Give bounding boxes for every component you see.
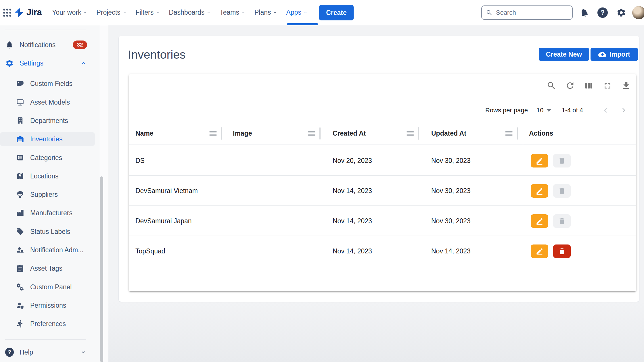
table-columns-icon[interactable] <box>584 81 594 90</box>
column-resize-handle[interactable] <box>319 127 321 140</box>
sidebar-item-departments[interactable]: Departments <box>0 114 99 128</box>
cell-updated-at: Nov 30, 2023 <box>431 176 471 206</box>
previous-page-button[interactable] <box>600 105 611 116</box>
table-download-icon[interactable] <box>621 81 631 90</box>
next-page-button[interactable] <box>618 105 630 116</box>
edit-button[interactable] <box>531 154 548 167</box>
create-new-button[interactable]: Create New <box>539 48 589 61</box>
import-button[interactable]: Import <box>591 48 638 61</box>
pagination-range-label: 1-4 of 4 <box>561 107 583 114</box>
column-resize-handle[interactable] <box>418 127 419 140</box>
table-row[interactable]: TopSquad Nov 14, 2023 Nov 14, 2023 <box>129 236 636 266</box>
column-header-actions[interactable]: Actions <box>529 121 553 146</box>
table-row[interactable]: DS Nov 20, 2023 Nov 30, 2023 <box>129 146 636 176</box>
delete-button[interactable] <box>553 244 571 258</box>
edit-button[interactable] <box>531 244 548 258</box>
sidebar-item-categories[interactable]: Categories <box>0 151 99 165</box>
card-icon <box>16 79 24 88</box>
create-button[interactable]: Create <box>319 5 354 20</box>
table-row[interactable]: DevSamurai Vietnam Nov 14, 2023 Nov 30, … <box>129 176 636 206</box>
chevron-down-icon <box>83 10 88 15</box>
notifications-bell-button[interactable] <box>578 0 590 25</box>
primary-nav: Your work Projects Filters Dashboards Te… <box>52 0 308 25</box>
cell-updated-at: Nov 30, 2023 <box>431 146 471 176</box>
nav-apps[interactable]: Apps <box>286 9 308 16</box>
column-resize-handle[interactable] <box>517 127 518 140</box>
sidebar-item-notifications[interactable]: Notifications 32 <box>0 38 99 52</box>
nav-teams[interactable]: Teams <box>220 9 246 16</box>
column-header-created-at[interactable]: Created At <box>333 121 366 146</box>
table-search-icon[interactable] <box>547 81 556 90</box>
delete-button[interactable] <box>553 214 571 228</box>
chevron-down-icon <box>206 10 211 15</box>
sidebar-item-custom-panel[interactable]: Custom Panel <box>0 280 99 294</box>
sidebar-item-permissions[interactable]: Permissions <box>0 299 99 312</box>
sidebar-item-asset-tags[interactable]: Asset Tags <box>0 261 99 275</box>
cell-created-at: Nov 14, 2023 <box>333 206 372 236</box>
pencil-icon <box>536 217 543 225</box>
nav-projects[interactable]: Projects <box>96 9 127 16</box>
rows-per-page-select[interactable]: 10 <box>536 107 551 114</box>
sidebar-scrollbar[interactable] <box>100 176 103 362</box>
cell-updated-at: Nov 14, 2023 <box>431 236 471 266</box>
trash-icon <box>558 157 566 165</box>
list-icon <box>16 153 24 162</box>
column-menu-icon[interactable] <box>407 129 415 138</box>
sidebar-item-locations[interactable]: Locations <box>0 169 99 183</box>
sidebar-item-status-labels[interactable]: Status Labels <box>0 225 99 238</box>
column-header-name[interactable]: Name <box>135 121 154 146</box>
sidebar-item-asset-models[interactable]: Asset Models <box>0 95 99 109</box>
edit-button[interactable] <box>531 184 548 198</box>
settings-gear-button[interactable] <box>616 0 627 25</box>
column-resize-handle[interactable] <box>221 127 222 140</box>
trash-icon <box>558 247 566 255</box>
sidebar-item-preferences[interactable]: Preferences <box>0 317 99 331</box>
search-input[interactable] <box>495 9 568 17</box>
caret-down-icon <box>547 109 551 112</box>
chevron-down-icon <box>303 10 308 15</box>
sidebar-item-help[interactable]: ? Help <box>0 345 99 359</box>
warehouse-icon <box>16 135 24 143</box>
jira-logo-icon <box>14 7 24 18</box>
user-avatar[interactable] <box>632 6 644 19</box>
trash-icon <box>558 187 566 195</box>
delete-button[interactable] <box>553 154 571 167</box>
factory-icon <box>16 209 24 217</box>
help-button[interactable]: ? <box>597 0 608 25</box>
sidebar-item-suppliers[interactable]: Suppliers <box>0 188 99 201</box>
cell-name: DS <box>135 146 145 176</box>
delete-button[interactable] <box>553 184 571 198</box>
notifications-count-badge: 32 <box>73 41 87 49</box>
bell-icon <box>578 7 591 19</box>
nav-dashboards[interactable]: Dashboards <box>169 9 211 16</box>
jira-inventories-page: Jira Your work Projects Filters Dashboar… <box>0 0 644 362</box>
cell-name: TopSquad <box>135 236 165 266</box>
jira-logo[interactable]: Jira <box>14 7 42 18</box>
chevron-right-icon <box>619 106 628 115</box>
sidebar-item-label: Notifications <box>20 41 55 49</box>
sidebar-item-manufacturers[interactable]: Manufacturers <box>0 206 99 220</box>
jira-logo-text: Jira <box>26 7 42 18</box>
chevron-up-icon <box>80 60 87 66</box>
active-nav-underline <box>287 23 318 25</box>
table-fullscreen-icon[interactable] <box>603 81 612 90</box>
sidebar-item-inventories[interactable]: Inventories <box>0 132 95 146</box>
nav-filters[interactable]: Filters <box>136 9 160 16</box>
pencil-icon <box>536 187 543 195</box>
column-header-image[interactable]: Image <box>233 121 252 146</box>
sidebar-item-custom-fields[interactable]: Custom Fields <box>0 77 99 90</box>
app-switcher-icon[interactable] <box>3 8 12 17</box>
nav-your-work[interactable]: Your work <box>52 9 88 16</box>
nav-plans[interactable]: Plans <box>254 9 278 16</box>
table-header-row: Name Image Created At Updated At Actions <box>129 121 636 145</box>
column-menu-icon[interactable] <box>505 129 513 138</box>
chevron-down-icon <box>155 10 160 15</box>
edit-button[interactable] <box>531 214 548 228</box>
column-menu-icon[interactable] <box>308 129 316 138</box>
sidebar-item-settings[interactable]: Settings <box>0 56 99 70</box>
table-refresh-icon[interactable] <box>565 81 575 90</box>
column-header-updated-at[interactable]: Updated At <box>431 121 466 146</box>
table-row[interactable]: DevSamurai Japan Nov 14, 2023 Nov 30, 20… <box>129 206 636 236</box>
column-menu-icon[interactable] <box>209 129 218 138</box>
sidebar-item-notification-admin[interactable]: Notification Adm... <box>0 243 99 257</box>
